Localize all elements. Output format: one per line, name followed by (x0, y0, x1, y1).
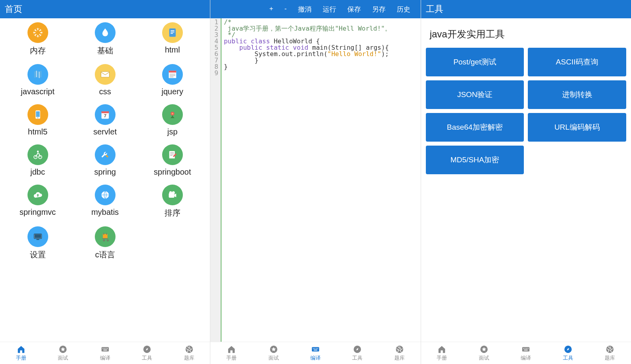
nav-手册[interactable]: 手册 (210, 342, 252, 364)
loading-icon (27, 22, 48, 43)
keyboard-icon (311, 345, 320, 354)
nav-手册[interactable]: 手册 (0, 342, 42, 364)
drop-icon (95, 22, 116, 43)
video-icon (162, 185, 183, 205)
bike-icon (27, 144, 48, 165)
nav-label: 编译 (100, 354, 110, 362)
tool-Post/get测试[interactable]: Post/get测试 (426, 48, 524, 76)
nav-工具[interactable]: 工具 (547, 342, 589, 364)
home-icon (437, 345, 446, 354)
code-editor[interactable]: 123456789 /* java学习手册，第一个Java程序输出"Hell W… (210, 18, 420, 364)
panel-editor: +-撤消运行保存另存历史 123456789 /* java学习手册，第一个Ja… (210, 0, 421, 364)
grid-item-内存[interactable]: 内存 (4, 22, 71, 56)
grid-label: mybatis (91, 208, 119, 217)
editor-actions: +-撤消运行保存另存历史 (264, 5, 416, 14)
grid-item-html5[interactable]: html5 (4, 104, 71, 136)
tool-进制转换[interactable]: 进制转换 (528, 80, 626, 109)
nav-手册[interactable]: 手册 (421, 342, 463, 364)
grid-label: 基础 (97, 45, 113, 56)
home-title: 首页 (5, 3, 22, 15)
tools-grid: Post/get测试ASCII码查询JSON验证进制转换Base64加密解密UR… (425, 48, 627, 174)
grid-item-html[interactable]: html (139, 22, 206, 56)
grid-item-mybatis[interactable]: mybatis (71, 185, 139, 218)
grid-item-css[interactable]: css (71, 64, 139, 96)
topbar-tools: 工具 (421, 0, 631, 18)
editor-action--[interactable]: - (284, 5, 287, 14)
grid-label: css (99, 87, 111, 96)
editor-action-历史[interactable]: 历史 (397, 5, 410, 14)
nav-工具[interactable]: 工具 (337, 342, 378, 364)
editor-action-+[interactable]: + (269, 5, 273, 14)
nav-label: 题库 (394, 354, 405, 362)
grid-label: 设置 (30, 249, 46, 260)
star-icon (269, 345, 278, 354)
nav-面试[interactable]: 面试 (253, 342, 294, 364)
editor-action-撤消[interactable]: 撤消 (298, 5, 312, 14)
grid-label: 排序 (165, 208, 180, 218)
cart-icon (95, 226, 116, 247)
topbar-editor: +-撤消运行保存另存历史 (210, 0, 420, 18)
grid-label: springmvc (20, 208, 56, 217)
grid-item-c语言[interactable]: c语言 (71, 226, 139, 260)
nav-题库[interactable]: 题库 (168, 342, 210, 364)
bottom-nav-1: 手册面试编译工具题库 (0, 342, 210, 364)
grid-item-jsp[interactable]: jsp (139, 104, 206, 136)
grid-item-servlet[interactable]: servlet (71, 104, 139, 136)
grid-label: servlet (93, 127, 117, 136)
aperture-icon (606, 345, 614, 354)
tool-ASCII码查询[interactable]: ASCII码查询 (528, 48, 626, 76)
tool-URL编码解码[interactable]: URL编码解码 (528, 113, 626, 142)
edit-icon (162, 144, 183, 165)
home-icon (17, 345, 25, 354)
app-container: 首页 内存基础htmljavascriptcssjqueryhtml5servl… (0, 0, 631, 364)
bottom-nav-3: 手册面试编译工具题库 (421, 342, 631, 364)
nav-label: 手册 (437, 354, 447, 362)
grid-label: 内存 (30, 45, 46, 56)
compass-icon (143, 345, 151, 354)
mail-icon (95, 64, 116, 85)
home-icon (227, 345, 236, 354)
grid-item-javascript[interactable]: javascript (4, 64, 71, 96)
editor-action-保存[interactable]: 保存 (347, 5, 361, 14)
grid-label: c语言 (95, 249, 115, 260)
grid-label: jdbc (30, 167, 45, 177)
star-icon (59, 345, 67, 354)
grid-item-基础[interactable]: 基础 (71, 22, 139, 56)
monitor-icon (27, 226, 48, 247)
tool-Base64加密解密[interactable]: Base64加密解密 (426, 113, 524, 142)
grid-label: jsp (167, 127, 178, 136)
grid-item-springboot[interactable]: springboot (139, 144, 206, 177)
star-icon (480, 345, 488, 354)
topbar-home: 首页 (0, 0, 210, 18)
grid-item-设置[interactable]: 设置 (4, 226, 71, 260)
editor-action-运行[interactable]: 运行 (323, 5, 336, 14)
tool-MD5/SHA加密[interactable]: MD5/SHA加密 (426, 146, 524, 174)
grid-item-spring[interactable]: spring (71, 144, 139, 177)
grid-item-jquery[interactable]: jquery (139, 64, 206, 96)
flower-icon (162, 104, 183, 125)
page-icon (162, 64, 183, 85)
nav-工具[interactable]: 工具 (126, 342, 168, 364)
grid-item-排序[interactable]: 排序 (139, 185, 206, 218)
nav-编译[interactable]: 编译 (294, 342, 336, 364)
nav-面试[interactable]: 面试 (42, 342, 84, 364)
nav-编译[interactable]: 编译 (84, 342, 126, 364)
keyboard-icon (101, 345, 110, 354)
grid-label: spring (94, 167, 116, 177)
nav-label: 题库 (184, 354, 194, 362)
nav-label: 题库 (605, 354, 615, 362)
nav-题库[interactable]: 题库 (378, 342, 420, 364)
grid-item-springmvc[interactable]: springmvc (4, 185, 71, 218)
grid-item-jdbc[interactable]: jdbc (4, 144, 71, 177)
nav-label: 面试 (58, 354, 68, 362)
editor-action-另存[interactable]: 另存 (372, 5, 386, 14)
tool-JSON验证[interactable]: JSON验证 (426, 80, 524, 109)
tools-icon (95, 144, 116, 165)
nav-面试[interactable]: 面试 (463, 342, 505, 364)
code-content[interactable]: /* java学习手册，第一个Java程序输出"Hell World!"。 */… (221, 18, 394, 364)
grid-label: javascript (21, 87, 54, 96)
tools-heading: java开发实用工具 (430, 28, 622, 41)
nav-题库[interactable]: 题库 (589, 342, 631, 364)
phone-icon (27, 104, 48, 125)
nav-编译[interactable]: 编译 (505, 342, 547, 364)
